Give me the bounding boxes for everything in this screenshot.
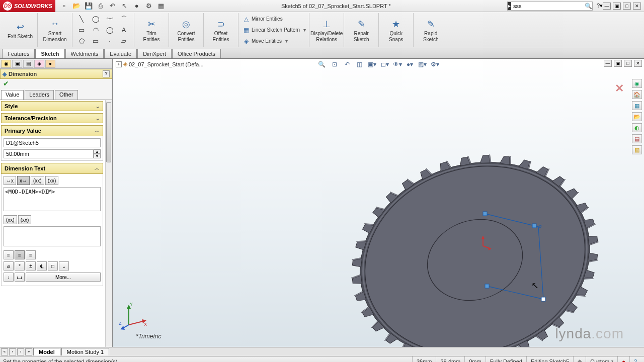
tab-evaluate[interactable]: Evaluate — [104, 49, 137, 58]
text-paren4-button[interactable]: (xx) — [18, 215, 32, 224]
dimension-text-field[interactable]: <MOD-DIAM><DIM> — [4, 187, 101, 211]
symbol-square-button[interactable]: □ — [48, 261, 58, 270]
symbol-centerline-button[interactable]: ℄ — [37, 261, 47, 270]
custom-props-icon[interactable]: ▤ — [632, 134, 642, 143]
symbol-depth-button[interactable]: ↓ — [4, 273, 14, 282]
rebuild-icon[interactable]: ● — [133, 2, 141, 10]
display-relations-button[interactable]: ⊥Display/Delete Relations — [312, 17, 341, 44]
style-section-header[interactable]: Style⌄ — [1, 101, 103, 111]
symbol-plusminus-button[interactable]: ± — [26, 261, 36, 270]
restore-button[interactable]: ▣ — [613, 3, 621, 10]
undo-icon[interactable]: ↶ — [109, 2, 117, 10]
maximize-button[interactable]: □ — [623, 3, 631, 10]
sketch-confirm-cancel-icon[interactable]: ✕ — [615, 82, 624, 95]
tab-nav-next-icon[interactable]: › — [17, 348, 24, 355]
arc-icon[interactable]: ◠ — [90, 26, 102, 35]
tolerance-section-header[interactable]: Tolerance/Precision⌄ — [1, 113, 103, 123]
tab-dimxpert[interactable]: DimXpert — [137, 49, 172, 58]
tab-office[interactable]: Office Products — [172, 49, 221, 58]
forum-icon[interactable]: ▧ — [632, 145, 642, 154]
repair-sketch-button[interactable]: ✎Repair Sketch — [347, 17, 375, 44]
file-explorer-icon[interactable]: ▦ — [632, 101, 642, 110]
display-style-icon[interactable]: ◻▾ — [380, 60, 390, 69]
pm-tool-3-icon[interactable]: ▤ — [23, 60, 33, 68]
text-paren2-button[interactable]: (xx) — [45, 176, 59, 185]
status-help-icon[interactable]: ? — [629, 356, 641, 362]
move-entities-button[interactable]: ◈Move Entities▾ — [243, 36, 306, 46]
design-library-icon[interactable]: 🏠 — [632, 90, 642, 99]
view-palette-icon[interactable]: 📂 — [632, 112, 642, 121]
text-icon[interactable]: A — [118, 26, 130, 35]
view-settings-icon[interactable]: ⚙▾ — [430, 60, 440, 69]
more-button[interactable]: More... — [26, 273, 101, 282]
tab-nav-first-icon[interactable]: « — [1, 348, 8, 355]
subtab-value[interactable]: Value — [1, 90, 24, 100]
zoom-fit-icon[interactable]: 🔍 — [317, 60, 327, 69]
justify-right-button[interactable]: ≡ — [26, 250, 36, 259]
pm-help-button[interactable]: ? — [103, 70, 110, 77]
symbol-diameter-button[interactable]: ⌀ — [4, 261, 14, 270]
exit-sketch-button[interactable]: ↩Exit Sketch — [6, 20, 34, 41]
dimension-text-secondary-field[interactable] — [4, 226, 101, 246]
plane-icon[interactable]: ▱ — [118, 37, 130, 46]
tab-weldments[interactable]: Weldments — [65, 49, 104, 58]
appearances-icon[interactable]: ◐ — [632, 123, 642, 132]
text-left-of-dim-button[interactable]: ↔x — [4, 176, 16, 185]
hide-show-icon[interactable]: 👁▾ — [392, 60, 403, 69]
view-orientation-icon[interactable]: ▣▾ — [367, 60, 377, 69]
tab-nav-last-icon[interactable]: » — [25, 348, 32, 355]
convert-entities-button[interactable]: ◎Convert Entities — [172, 17, 200, 44]
dropdown-icon[interactable]: ▦ — [157, 2, 165, 10]
spline-icon[interactable]: 〰 — [104, 15, 116, 24]
circle-icon[interactable]: ◯ — [90, 15, 102, 24]
value-spinner[interactable]: ▲▼ — [94, 149, 101, 158]
graphics-viewport[interactable]: + ◈ 02_07_Sprocket_Start (Defa... 🔍 ⊡ ↶ … — [113, 59, 644, 347]
vp-max-button[interactable]: □ — [624, 60, 632, 67]
save-icon[interactable]: 💾 — [85, 2, 93, 10]
text-paren3-button[interactable]: (xx) — [4, 215, 17, 224]
symbol-more-button[interactable]: ⌄ — [59, 261, 69, 270]
symbol-degree-button[interactable]: ° — [15, 261, 25, 270]
dimension-name-field[interactable] — [4, 138, 101, 147]
motion-study-tab[interactable]: Motion Study 1 — [61, 348, 109, 355]
vp-restore-button[interactable]: ▣ — [614, 60, 622, 67]
justify-left-button[interactable]: ≡ — [4, 250, 14, 259]
ellipse-icon[interactable]: ◯ — [104, 26, 116, 35]
trim-entities-button[interactable]: ✂Trim Entities — [137, 17, 166, 44]
apply-scene-icon[interactable]: ▨▾ — [418, 60, 428, 69]
print-icon[interactable]: ⎙ — [97, 2, 105, 10]
search-box[interactable]: ▸ 🔍 — [507, 2, 593, 11]
options-icon[interactable]: ⚙ — [145, 2, 153, 10]
vp-min-button[interactable]: — — [604, 60, 612, 67]
spin-up-icon[interactable]: ▲ — [94, 149, 101, 154]
symbol-counterbore-button[interactable]: ⌴ — [15, 273, 25, 282]
spin-down-icon[interactable]: ▼ — [94, 154, 101, 158]
section-view-icon[interactable]: ◫ — [355, 60, 365, 69]
text-paren1-button[interactable]: (xx) — [31, 176, 44, 185]
linear-pattern-button[interactable]: ▦Linear Sketch Pattern▾ — [243, 25, 306, 35]
subtab-other[interactable]: Other — [55, 90, 78, 100]
justify-center-button[interactable]: ≡ — [15, 250, 25, 259]
search-input[interactable] — [511, 3, 585, 9]
edit-appearance-icon[interactable]: ●▾ — [405, 60, 415, 69]
new-icon[interactable]: ▫ — [60, 2, 68, 10]
subtab-leaders[interactable]: Leaders — [25, 90, 54, 100]
pm-tool-4-icon[interactable]: ◈ — [34, 60, 44, 68]
tab-nav-prev-icon[interactable]: ‹ — [9, 348, 16, 355]
minimize-button[interactable]: — — [603, 3, 611, 10]
flyout-feature-tree[interactable]: + ◈ 02_07_Sprocket_Start (Defa... — [116, 61, 204, 67]
sw-resources-icon[interactable]: ◉ — [632, 79, 642, 88]
slot-icon[interactable]: ▭ — [90, 37, 102, 46]
point-icon[interactable]: · — [104, 37, 116, 46]
line-icon[interactable]: ╲ — [75, 15, 88, 24]
rapid-sketch-button[interactable]: ✎Rapid Sketch — [417, 17, 445, 44]
status-record-icon[interactable]: ● — [617, 356, 629, 362]
quick-snaps-button[interactable]: ★Quick Snaps — [382, 17, 410, 44]
previous-view-icon[interactable]: ↶ — [342, 60, 352, 69]
offset-entities-button[interactable]: ⊃Offset Entities — [207, 17, 235, 44]
vp-close-button[interactable]: ✕ — [634, 60, 642, 67]
model-tab[interactable]: Model — [33, 348, 60, 355]
zoom-area-icon[interactable]: ⊡ — [330, 60, 340, 69]
rectangle-icon[interactable]: ▭ — [75, 26, 88, 35]
text-center-dim-button[interactable]: x↔ — [17, 176, 30, 185]
